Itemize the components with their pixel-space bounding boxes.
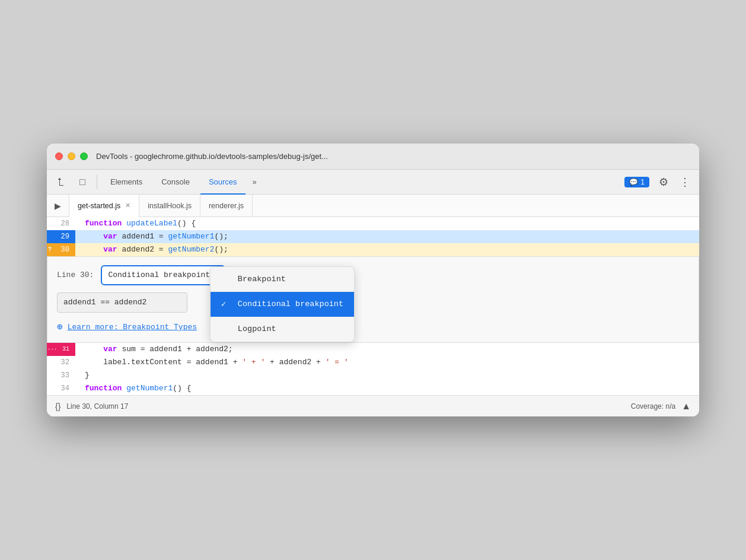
filetab-get-started[interactable]: get-started.js ✕: [69, 195, 139, 217]
line-number-30: 30: [61, 243, 69, 256]
line-content-34: function getNumber1() {: [75, 382, 699, 395]
gutter-28[interactable]: 28: [47, 217, 75, 230]
check-icon-conditional: ✓: [221, 298, 232, 311]
coverage-label: Coverage: n/a: [631, 402, 675, 411]
statusbar-left: {} Line 30, Column 17: [55, 402, 128, 411]
filetab-label: renderer.js: [209, 202, 244, 210]
gutter-32[interactable]: 32: [47, 356, 75, 369]
bp-dropdown[interactable]: Conditional breakpoint ▼ Breakpoint ✓: [101, 265, 225, 285]
dropdown-label-logpoint: Logpoint: [238, 323, 276, 336]
line-number-28: 28: [61, 217, 69, 230]
devtools-body: ⮤ □ Elements Console Sources » 💬 1 ⚙ ⋮: [47, 170, 699, 416]
learn-more-link[interactable]: Learn more: Breakpoint Types: [68, 321, 197, 334]
code-line-32: 32 label.textContent = addend1 + ' + ' +…: [47, 356, 699, 369]
statusbar-right: Coverage: n/a ▲: [631, 401, 691, 412]
minimize-button[interactable]: [68, 152, 75, 160]
line-30-wrapper: ? 30 var addend2 = getNumber2(); Line 30…: [47, 243, 699, 343]
bp-indicator-30: ?: [48, 243, 52, 256]
gutter-34[interactable]: 34: [47, 382, 75, 395]
tab-elements[interactable]: Elements: [102, 170, 151, 195]
dropdown-label-breakpoint: Breakpoint: [238, 273, 286, 286]
cursor-icon[interactable]: ⮤: [52, 173, 71, 192]
code-line-30: ? 30 var addend2 = getNumber2();: [47, 243, 699, 256]
close-button[interactable]: [55, 152, 63, 160]
code-line-34: 34 function getNumber1() {: [47, 382, 699, 395]
dropdown-label-conditional: Conditional breakpoint: [238, 298, 343, 311]
cursor-position: Line 30, Column 17: [66, 402, 128, 411]
notification-count: 1: [640, 178, 645, 186]
learn-more-row: ⊕ Learn more: Breakpoint Types: [57, 321, 689, 334]
line-number-31: 31: [62, 343, 69, 356]
line-content-28: function updateLabel() {: [75, 217, 699, 230]
learn-more-icon: ⊕: [57, 321, 63, 334]
titlebar: DevTools - googlechrome.github.io/devtoo…: [47, 144, 699, 170]
line-content-29: var addend1 = getNumber1();: [75, 230, 699, 243]
filetab-renderer[interactable]: renderer.js: [200, 195, 253, 217]
file-navigator-icon[interactable]: ▶: [47, 195, 69, 217]
code-line-33: 33 }: [47, 369, 699, 382]
bp-line-label: Line 30:: [57, 269, 94, 282]
settings-button[interactable]: ⚙: [654, 173, 673, 192]
notification-icon: 💬: [629, 178, 638, 186]
line-content-31: var sum = addend1 + addend2;: [75, 343, 699, 356]
maximize-button[interactable]: [80, 152, 88, 160]
tab-console[interactable]: Console: [153, 170, 198, 195]
gutter-30[interactable]: ? 30: [47, 243, 75, 256]
dropdown-item-logpoint[interactable]: Logpoint: [211, 317, 354, 342]
line-number-33: 33: [61, 369, 69, 382]
gutter-33[interactable]: 33: [47, 369, 75, 382]
filetab-label: installHook.js: [148, 202, 192, 210]
coverage-icon[interactable]: ▲: [681, 401, 691, 412]
line-content-33: }: [75, 369, 699, 382]
window-title: DevTools - googlechrome.github.io/devtoo…: [96, 152, 328, 161]
code-line-28: 28 function updateLabel() {: [47, 217, 699, 230]
close-tab-icon[interactable]: ✕: [125, 202, 130, 209]
statusbar: {} Line 30, Column 17 Coverage: n/a ▲: [47, 395, 699, 416]
bp-indicator-31: ···: [47, 343, 57, 356]
dropdown-item-breakpoint[interactable]: Breakpoint: [211, 267, 354, 292]
notification-badge[interactable]: 💬 1: [624, 177, 649, 187]
line-content-30: var addend2 = getNumber2();: [75, 243, 699, 256]
gutter-31[interactable]: ··· 31: [47, 343, 75, 356]
line-number-29: 29: [61, 230, 69, 243]
code-line-31: ··· 31 var sum = addend1 + addend2;: [47, 343, 699, 356]
dropdown-item-conditional[interactable]: ✓ Conditional breakpoint: [211, 292, 354, 317]
dropdown-menu: Breakpoint ✓ Conditional breakpoint Logp…: [210, 266, 355, 342]
breakpoint-popup: Line 30: Conditional breakpoint ▼ Breakp…: [47, 256, 699, 343]
filetab-installhook[interactable]: installHook.js: [139, 195, 200, 217]
line-number-32: 32: [61, 356, 69, 369]
tab-sources[interactable]: Sources: [200, 170, 246, 195]
more-options-button[interactable]: ⋮: [675, 173, 694, 192]
gutter-29[interactable]: 29: [47, 230, 75, 243]
tabbar: ⮤ □ Elements Console Sources » 💬 1 ⚙ ⋮: [47, 170, 699, 195]
inspect-icon[interactable]: □: [73, 173, 92, 192]
format-icon[interactable]: {}: [55, 402, 60, 411]
bp-input-row: addend1 == addend2: [57, 292, 689, 313]
bp-dropdown-text: Conditional breakpoint: [108, 269, 210, 282]
traffic-lights: [55, 152, 88, 160]
code-line-29: 29 var addend1 = getNumber1();: [47, 230, 699, 243]
line-content-32: label.textContent = addend1 + ' + ' + ad…: [75, 356, 699, 369]
devtools-window: DevTools - googlechrome.github.io/devtoo…: [47, 144, 699, 416]
bp-popup-row: Line 30: Conditional breakpoint ▼ Breakp…: [57, 265, 689, 285]
line-number-34: 34: [61, 382, 69, 395]
more-tabs-button[interactable]: »: [248, 173, 262, 192]
tabbar-divider: [97, 175, 97, 189]
bp-condition-input[interactable]: addend1 == addend2: [57, 292, 187, 313]
code-area: 28 function updateLabel() { 29 var adden…: [47, 217, 699, 395]
filetabs: ▶ get-started.js ✕ installHook.js render…: [47, 195, 699, 217]
filetab-label: get-started.js: [78, 202, 120, 210]
